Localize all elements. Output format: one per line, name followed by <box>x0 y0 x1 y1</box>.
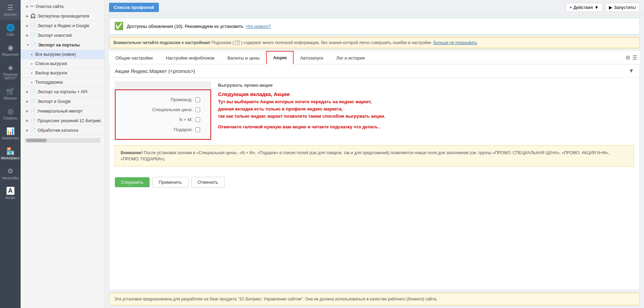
promo-code-label: Промокод: <box>171 97 193 102</box>
nm-checkbox[interactable] <box>195 117 200 122</box>
nav-arrow-catalog-handler: ▶ <box>26 128 29 132</box>
promo-row-promo-code: Промокод: <box>126 97 200 102</box>
promo-code-checkbox[interactable] <box>195 97 200 102</box>
sidebar-item-aspro[interactable]: A Аспро <box>0 183 21 203</box>
sidebar-item-marketing[interactable]: ◉ Маркетинг <box>0 40 21 60</box>
top-bar-left: Список профилей <box>109 3 159 12</box>
section-header: Акции Яндекс.Маркет (<promos>) ▼ <box>109 64 640 78</box>
nav-arrow-cleanup: ▶ <box>26 4 29 8</box>
nav-arrow-export-google: ▶ <box>26 99 29 103</box>
promo-main-area: Промокод: Специальная цена: N + M: Подар… <box>109 78 640 140</box>
sidebar-item-services[interactable]: ◎ Сервисы <box>0 104 21 124</box>
main-content: Список профилей + Действия ▼ ▶ Запустить… <box>105 0 644 308</box>
promo-section-top <box>115 81 211 89</box>
nav-dot-export-list: ● <box>31 62 33 65</box>
nav-icon-import: 📄 <box>30 108 36 114</box>
nav-item-export-yandex[interactable]: ▶ 📄 Экспорт в Яндекс и Google <box>21 21 105 31</box>
hide-warning-link[interactable]: Больше не показывать <box>433 40 477 45</box>
nav-dot-all-exports: ● <box>31 53 33 56</box>
nav-icon-processing: 📄 <box>30 118 36 123</box>
update-text: Доступны обновления (10). Рекомендуем их… <box>127 24 271 29</box>
cancel-button[interactable]: Отменить <box>191 177 225 188</box>
apply-button[interactable]: Применить <box>152 177 188 188</box>
sidebar-item-sites[interactable]: 🌐 Сайт <box>0 20 21 40</box>
sidebar-item-solutions[interactable]: ◈ Решения "АКРИТ" <box>0 60 21 84</box>
tab-infoblocks[interactable]: Настройки инфоблоков <box>159 52 221 64</box>
sidebar-item-marketplace[interactable]: 🏪 Marketplace <box>0 144 21 163</box>
promo-label: Выгружать промо-акции <box>218 83 634 88</box>
nav-icon-export-news: 📄 <box>30 33 36 38</box>
nav-item-expertise[interactable]: ▶ 🎧 Экспертиза производителя <box>21 11 105 21</box>
options-button[interactable]: ☰ <box>632 54 637 61</box>
tabs-bar: Общие настройки Настройки инфоблоков Вал… <box>109 51 640 64</box>
promo-row-gift: Подарок: <box>126 127 200 132</box>
store-icon: 🛒 <box>6 87 15 95</box>
nav-item-catalog-handler[interactable]: ▶ 📄 Обработчик каталога <box>21 126 105 135</box>
annotation-2: Тут вы выбираете Акции которые хотите пе… <box>218 99 634 104</box>
save-button[interactable]: Сохранить <box>115 177 150 187</box>
nav-item-backup[interactable]: ● Backup выгрузок <box>21 68 105 78</box>
tab-general[interactable]: Общие настройки <box>109 52 159 64</box>
annotation-1: Следующая вкладка, Акции <box>218 91 634 97</box>
section-title: Акции Яндекс.Маркет (<promos>) <box>115 68 195 74</box>
sidebar-item-analytics[interactable]: 📊 Аналитика <box>0 124 21 144</box>
nav-arrow-export-news: ▶ <box>26 33 29 37</box>
tab-autostart[interactable]: Автозапуск <box>294 52 330 64</box>
update-notice: ✅ Доступны обновления (10). Рекомендуем … <box>109 18 640 34</box>
update-link[interactable]: Что нового? <box>246 24 271 29</box>
nav-item-processing[interactable]: ▶ 📄 Процессинг решений 1С-Битрикс <box>21 116 105 126</box>
nav-item-export-google[interactable]: ▶ 📄 Экспорт в Google <box>21 97 105 106</box>
tab-log[interactable]: Лог и история <box>330 52 371 64</box>
plus-icon: + <box>569 5 572 10</box>
footer-warning: Эта установка предназначена для разработ… <box>109 293 640 305</box>
tabs-right: ⚙ ☰ <box>625 54 640 61</box>
nav-item-export-list[interactable]: ● Список выгрузок <box>21 59 105 68</box>
nav-icon-portals-api: 📄 <box>30 89 36 94</box>
profile-list-button[interactable]: Список профилей <box>109 3 159 12</box>
warning-bar: Внимательно читайте подсказки к настройк… <box>109 37 640 48</box>
nav-scrollbar[interactable] <box>25 138 100 143</box>
gift-label: Подарок: <box>174 127 193 132</box>
marketing-icon: ◉ <box>8 43 13 52</box>
special-price-checkbox[interactable] <box>195 107 200 112</box>
warning-description: Подсказки ( ? ) содержат много полезной … <box>211 40 433 45</box>
analytics-icon: 📊 <box>6 127 15 135</box>
nav-item-cleanup[interactable]: ▶ ✂ Очистка сайта <box>21 2 105 11</box>
sidebar-item-content[interactable]: ☰ Контент <box>0 0 21 20</box>
aspro-icon: A <box>7 187 14 195</box>
nav-icon-expertise: 🎧 <box>30 13 36 19</box>
notice-box: Внимание! После установки галочки в «Спе… <box>115 145 634 167</box>
nav-item-all-exports[interactable]: ● Все выгрузки (новое) <box>21 50 105 59</box>
promo-box-area: Промокод: Специальная цена: N + M: Подар… <box>115 81 211 140</box>
promo-row-special-price: Специальная цена: <box>126 107 200 112</box>
nav-item-import[interactable]: ▶ 📄 Универсальный импорт <box>21 106 105 116</box>
settings-icon: ⚙ <box>7 167 13 175</box>
nav-icon-catalog-handler: 📄 <box>30 128 36 133</box>
annotation-4: так как только яндекс маркет позволяте т… <box>218 114 634 119</box>
nav-item-export-portals[interactable]: ▼ 📄 Экспорт на порталы <box>21 40 105 50</box>
nav-dot-support: ● <box>31 81 33 84</box>
nav-arrow-export-yandex: ▶ <box>26 24 29 28</box>
tab-currency[interactable]: Валюты и цены <box>221 52 266 64</box>
top-bar: Список профилей + Действия ▼ ▶ Запустить… <box>105 0 644 15</box>
tab-promos[interactable]: Акции <box>266 51 294 64</box>
gear-button[interactable]: ⚙ <box>625 54 630 61</box>
actions-button[interactable]: + Действия ▼ <box>566 3 602 12</box>
sidebar-item-settings[interactable]: ⚙ Настройки <box>0 163 21 183</box>
notice-text: После установки галочки в «Специальная ц… <box>121 150 609 161</box>
nav-arrow-expertise: ▶ <box>26 14 29 18</box>
annotation-5: Отмечаете галочкой нужную вам акцию и чи… <box>218 124 634 129</box>
nav-item-support[interactable]: ● Техподдержка <box>21 78 105 87</box>
nav-arrow-import: ▶ <box>26 109 29 113</box>
section-chevron[interactable]: ▼ <box>629 68 634 74</box>
sidebar: ☰ Контент 🌐 Сайт ◉ Маркетинг ◈ Решения "… <box>0 0 21 308</box>
sidebar-item-store[interactable]: 🛒 Магазин <box>0 84 21 104</box>
nav-icon-export-yandex: 📄 <box>30 23 36 28</box>
nav-item-export-news[interactable]: ▶ 📄 Экспорт новостей <box>21 31 105 40</box>
top-bar-right: + Действия ▼ ▶ Запустить! <box>566 3 640 12</box>
promo-row-nm: N + M: <box>126 117 200 122</box>
run-button[interactable]: ▶ Запустить! <box>605 3 640 12</box>
nav-item-export-portals-api[interactable]: ▶ 📄 Экспорт на порталы + API <box>21 87 105 97</box>
play-icon: ▶ <box>609 5 612 10</box>
gift-checkbox[interactable] <box>195 127 200 132</box>
